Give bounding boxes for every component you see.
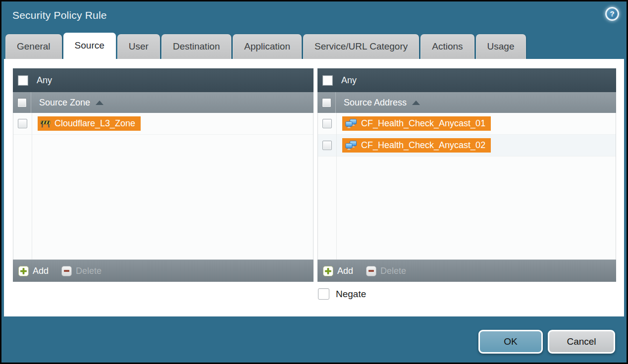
delete-icon — [61, 266, 72, 276]
add-icon — [18, 266, 29, 276]
source-address-toolbar: Add Delete — [317, 260, 616, 282]
row-checkbox[interactable] — [322, 141, 332, 150]
table-row[interactable]: CF_Health_Check_Anycast_02 — [318, 135, 616, 156]
source-zone-panel: Any Source Zone — [13, 68, 314, 282]
delete-zone-button[interactable]: Delete — [61, 266, 102, 276]
negate-checkbox[interactable] — [318, 288, 329, 300]
source-address-any-label: Any — [341, 75, 357, 86]
source-address-list: CF_Health_Check_Anycast_01 — [317, 113, 616, 260]
source-zone-any-header: Any — [13, 68, 314, 92]
zone-icon — [41, 119, 51, 128]
source-address-column-title: Source Address — [344, 98, 407, 108]
source-tab-content: Any Source Zone — [4, 59, 624, 316]
tab-general[interactable]: General — [5, 34, 62, 59]
zone-chip[interactable]: Cloudflare_L3_Zone — [38, 116, 141, 131]
table-row[interactable]: Cloudflare_L3_Zone — [13, 113, 313, 135]
add-zone-button[interactable]: Add — [18, 266, 49, 276]
source-address-select-all-checkbox[interactable] — [322, 98, 331, 107]
address-name: CF_Health_Check_Anycast_01 — [361, 118, 485, 129]
negate-label: Negate — [336, 289, 366, 300]
sort-ascending-icon — [96, 101, 104, 105]
row-checkbox[interactable] — [322, 119, 332, 128]
security-policy-rule-dialog: Security Policy Rule ? General Source Us… — [0, 0, 628, 364]
source-address-any-checkbox[interactable] — [322, 75, 333, 86]
address-name: CF_Health_Check_Anycast_02 — [361, 140, 485, 151]
zone-name: Cloudflare_L3_Zone — [54, 118, 135, 129]
source-zone-column-header[interactable]: Source Zone — [13, 92, 314, 113]
cancel-button[interactable]: Cancel — [548, 330, 615, 354]
tab-service-url-category[interactable]: Service/URL Category — [303, 34, 419, 59]
negate-row: Negate — [318, 288, 366, 300]
source-zone-column-title: Source Zone — [39, 98, 90, 108]
tab-actions[interactable]: Actions — [420, 34, 474, 59]
tab-usage[interactable]: Usage — [476, 34, 526, 59]
ok-button[interactable]: OK — [478, 330, 543, 354]
source-address-panel: Any Source Address — [317, 68, 616, 282]
tab-user[interactable]: User — [117, 34, 160, 59]
row-checkbox-cell — [318, 113, 336, 134]
tab-bar: General Source User Destination Applicat… — [5, 34, 526, 59]
row-checkbox[interactable] — [18, 119, 27, 128]
address-icon — [345, 119, 357, 128]
delete-label: Delete — [76, 266, 102, 276]
delete-icon — [366, 266, 376, 276]
source-zone-any-checkbox[interactable] — [18, 75, 28, 86]
add-address-button[interactable]: Add — [323, 266, 353, 276]
dialog-titlebar: Security Policy Rule ? — [1, 1, 627, 32]
address-chip[interactable]: CF_Health_Check_Anycast_01 — [342, 116, 491, 131]
source-zone-list: Cloudflare_L3_Zone — [13, 113, 314, 260]
source-zone-any-label: Any — [37, 75, 52, 86]
address-chip[interactable]: CF_Health_Check_Anycast_02 — [342, 138, 491, 153]
delete-address-button[interactable]: Delete — [366, 266, 406, 276]
add-label: Add — [337, 266, 353, 276]
table-row[interactable]: CF_Health_Check_Anycast_01 — [318, 113, 616, 135]
row-checkbox-cell — [13, 113, 32, 134]
address-icon — [345, 141, 357, 150]
tab-destination[interactable]: Destination — [161, 34, 231, 59]
dialog-title: Security Policy Rule — [12, 9, 107, 21]
source-zone-select-all-checkbox[interactable] — [17, 98, 27, 107]
source-zone-toolbar: Add Delete — [13, 260, 314, 282]
sort-ascending-icon — [412, 101, 420, 105]
header-checkbox-cell — [317, 92, 336, 113]
add-label: Add — [33, 266, 49, 276]
tab-application[interactable]: Application — [233, 34, 302, 59]
row-checkbox-cell — [318, 135, 336, 156]
header-checkbox-cell — [13, 92, 31, 113]
help-icon[interactable]: ? — [605, 7, 619, 21]
source-address-any-header: Any — [317, 68, 616, 92]
delete-label: Delete — [380, 266, 406, 276]
tab-source[interactable]: Source — [63, 33, 116, 59]
add-icon — [323, 266, 333, 276]
source-address-column-header[interactable]: Source Address — [317, 92, 616, 113]
